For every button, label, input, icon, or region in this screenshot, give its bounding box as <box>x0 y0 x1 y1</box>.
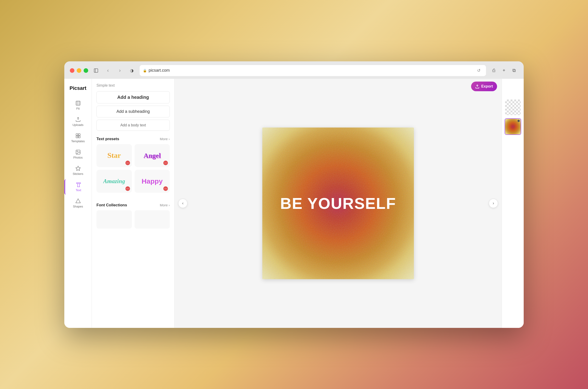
thumbnail-active[interactable] <box>505 118 521 135</box>
thumb-blank-bg <box>505 99 521 115</box>
font-collections-section: Font Collections More › <box>92 197 174 229</box>
sidebar-item-fit[interactable]: Fit <box>64 98 92 113</box>
svg-rect-2 <box>76 101 80 105</box>
sidebar-templates-label: Templates <box>71 139 85 143</box>
minimize-btn[interactable] <box>77 68 81 73</box>
thumbnail-blank[interactable] <box>505 99 521 116</box>
forward-btn[interactable]: › <box>116 66 124 75</box>
traffic-lights <box>70 68 88 73</box>
preset-amazing[interactable]: Amazing — <box>96 170 132 193</box>
sidebar-item-photos[interactable]: Photos <box>64 147 92 162</box>
sidebar-toggle-btn[interactable] <box>92 66 100 75</box>
share-btn[interactable]: ⎙ <box>490 66 498 75</box>
font-collections-title: Font Collections <box>96 203 127 207</box>
sidebar-stickers-label: Stickers <box>73 172 83 176</box>
sidebar-shapes-label: Shapes <box>73 205 83 208</box>
preset-amazing-remove[interactable]: — <box>125 186 130 191</box>
lock-icon: 🔒 <box>143 69 147 72</box>
preset-star[interactable]: Star — <box>96 144 132 167</box>
export-btn[interactable]: Export <box>471 82 497 91</box>
thumbnail-panel <box>502 79 524 328</box>
preset-angel[interactable]: Angel — <box>135 144 170 167</box>
logo-area: Picsart <box>70 83 86 97</box>
font-collections-more-btn[interactable]: More › <box>160 203 170 207</box>
preset-star-remove[interactable]: — <box>125 161 130 165</box>
preset-happy-remove[interactable]: — <box>163 186 168 191</box>
canvas-frame: BE YOURSELF <box>262 128 414 279</box>
tabs-overview-btn[interactable]: ⧉ <box>510 66 518 75</box>
export-btn-label: Export <box>481 84 493 89</box>
sidebar-text-label: Text <box>76 188 81 192</box>
presets-more-btn[interactable]: More › <box>160 137 170 141</box>
preset-happy-text: Happy <box>142 177 163 185</box>
add-heading-btn[interactable]: Add a heading <box>96 91 170 103</box>
canvas-next-btn[interactable]: › <box>489 199 498 208</box>
app-content: Picsart Fit Uploads <box>64 79 524 328</box>
app-logo: Picsart <box>70 85 86 91</box>
sidebar-uploads-label: Uploads <box>73 123 84 127</box>
svg-rect-7 <box>76 136 78 138</box>
svg-rect-6 <box>78 134 80 135</box>
canvas-main-text[interactable]: BE YOURSELF <box>280 194 396 212</box>
preset-star-text: Star <box>107 151 121 160</box>
sidebar-fit-label: Fit <box>76 107 79 110</box>
preset-amazing-text: Amazing <box>103 178 125 185</box>
svg-marker-15 <box>76 199 80 203</box>
thumb-dot <box>518 120 520 122</box>
svg-point-10 <box>77 151 78 152</box>
presets-grid: Star — Angel — Amazing — Happy — <box>92 144 174 197</box>
sidebar-item-text[interactable]: Text <box>64 179 92 194</box>
sidebar-photos-label: Photos <box>73 156 82 159</box>
reload-btn[interactable]: ↺ <box>474 66 483 75</box>
preset-angel-remove[interactable]: — <box>163 161 168 165</box>
presets-section-header: Text presets More › <box>92 133 174 144</box>
svg-rect-5 <box>76 134 78 135</box>
address-bar[interactable]: 🔒 picsart.com ↺ <box>140 65 486 76</box>
close-btn[interactable] <box>70 68 74 73</box>
canvas-area: ‹ BE YOURSELF › Export <box>175 79 502 328</box>
font-collection-2[interactable] <box>135 210 170 229</box>
new-tab-btn[interactable]: + <box>500 66 508 75</box>
sidebar-item-uploads[interactable]: Uploads <box>64 114 92 129</box>
sidebar-item-stickers[interactable]: Stickers <box>64 163 92 178</box>
back-btn[interactable]: ‹ <box>104 66 112 75</box>
url-text: picsart.com <box>149 68 170 73</box>
presets-title: Text presets <box>96 137 119 141</box>
simple-text-label: Simple text <box>92 83 174 91</box>
text-panel: Simple text Add a heading Add a subheadi… <box>92 79 175 328</box>
svg-rect-8 <box>78 136 80 138</box>
browser-chrome: ‹ › ◑ 🔒 picsart.com ↺ ⎙ + ⧉ <box>64 61 524 79</box>
maximize-btn[interactable] <box>84 68 88 73</box>
preset-happy[interactable]: Happy — <box>135 170 170 193</box>
sidebar-item-shapes[interactable]: Shapes <box>64 195 92 211</box>
canvas-prev-btn[interactable]: ‹ <box>178 199 187 208</box>
icon-sidebar: Picsart Fit Uploads <box>64 79 92 328</box>
font-collection-1[interactable] <box>96 210 132 229</box>
add-subheading-btn[interactable]: Add a subheading <box>96 106 170 117</box>
browser-actions: ⎙ + ⧉ <box>490 66 518 75</box>
svg-rect-11 <box>76 183 81 184</box>
theme-toggle-btn[interactable]: ◑ <box>128 66 136 75</box>
browser-window: ‹ › ◑ 🔒 picsart.com ↺ ⎙ + ⧉ Picsart <box>64 61 524 328</box>
thumb-canvas-bg <box>505 119 521 134</box>
add-body-btn[interactable]: Add a body text <box>96 120 170 131</box>
font-collections-header: Font Collections More › <box>92 199 174 210</box>
sidebar-item-templates[interactable]: Templates <box>64 130 92 146</box>
svg-rect-0 <box>94 69 98 72</box>
preset-angel-text: Angel <box>144 152 161 160</box>
